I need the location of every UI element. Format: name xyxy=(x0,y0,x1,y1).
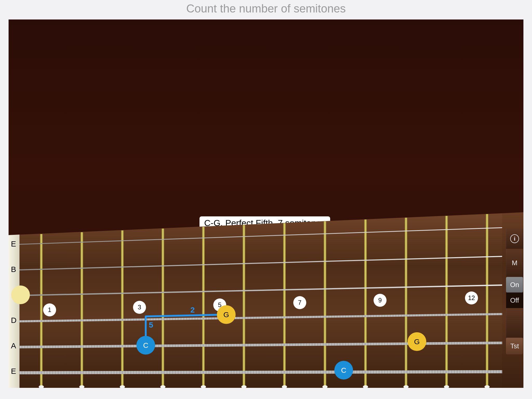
off-label: Off xyxy=(510,296,519,304)
string-label-a: A xyxy=(11,341,16,350)
test-button[interactable]: Tst xyxy=(506,338,523,354)
info-icon: i xyxy=(510,234,519,243)
svg-marker-5 xyxy=(121,230,124,388)
svg-marker-4 xyxy=(81,232,83,388)
svg-marker-10 xyxy=(324,221,326,388)
svg-marker-14 xyxy=(486,214,488,388)
svg-marker-11 xyxy=(364,220,367,388)
note-g-a10-label: G xyxy=(414,338,420,346)
nut xyxy=(9,235,19,388)
string-label-e-low: E xyxy=(11,367,16,375)
test-label: Tst xyxy=(510,342,519,350)
path-horizontal-count: 2 xyxy=(190,305,195,314)
note-open-g[interactable] xyxy=(11,285,30,304)
off-button[interactable]: Off xyxy=(506,292,523,308)
path-vertical-count: 5 xyxy=(149,321,153,329)
svg-text:7: 7 xyxy=(298,299,301,306)
svg-text:12: 12 xyxy=(468,294,475,301)
right-toolbar: i M On Off Tst xyxy=(506,229,523,392)
note-c-a3-label: C xyxy=(143,341,148,349)
string-label-e-high: E xyxy=(11,240,16,248)
svg-marker-9 xyxy=(283,223,286,388)
svg-marker-12 xyxy=(405,218,407,388)
svg-marker-7 xyxy=(202,227,205,388)
svg-text:9: 9 xyxy=(378,297,382,304)
svg-marker-6 xyxy=(162,229,164,388)
main-panel: C-G, Perfect Fifth, 7 semitones xyxy=(9,19,523,388)
svg-marker-8 xyxy=(243,225,245,388)
spacer xyxy=(506,308,523,338)
on-label: On xyxy=(510,281,519,289)
mode-button[interactable]: M xyxy=(506,249,523,277)
string-label-d: D xyxy=(11,316,17,324)
note-g-d5-label: G xyxy=(223,311,229,319)
info-button[interactable]: i xyxy=(506,229,523,249)
on-button[interactable]: On xyxy=(506,277,523,292)
svg-marker-3 xyxy=(40,234,43,388)
svg-text:1: 1 xyxy=(48,306,51,313)
mode-label: M xyxy=(512,259,517,267)
note-c-e8-label: C xyxy=(341,366,346,374)
fretboard[interactable]: E B G D A E 1 3 5 7 9 12 2 5 xyxy=(9,19,523,388)
svg-marker-13 xyxy=(445,216,448,388)
string-label-b: B xyxy=(11,265,16,274)
page-title: Count the number of semitones xyxy=(0,2,532,15)
svg-text:3: 3 xyxy=(138,304,141,311)
